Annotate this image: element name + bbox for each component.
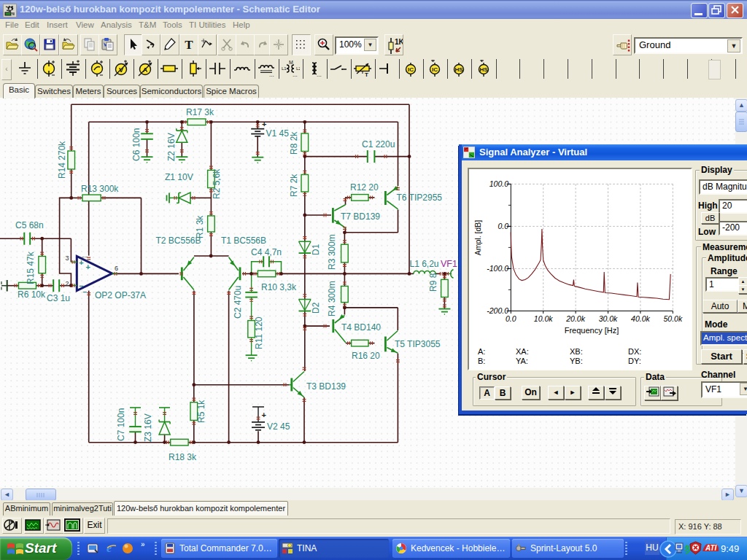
svg-text:ATI: ATI	[705, 544, 717, 552]
svg-text:C4 4,7n: C4 4,7n	[251, 247, 282, 257]
svg-text:C6 100n: C6 100n	[131, 128, 142, 161]
svg-text:Z2 16V: Z2 16V	[166, 133, 177, 161]
svg-text:R16 20: R16 20	[352, 351, 380, 361]
svg-text:6: 6	[115, 265, 118, 272]
svg-text:A: A	[143, 66, 148, 74]
svg-text:T: T	[185, 38, 193, 52]
svg-text:YB:: YB:	[570, 357, 583, 365]
svg-text:IC: IC	[408, 66, 414, 73]
svg-text:R14 270k: R14 270k	[57, 141, 67, 179]
svg-text:100.0: 100.0	[489, 179, 508, 188]
svg-text:C7 100n: C7 100n	[116, 408, 126, 441]
svg-text:V2 45: V2 45	[267, 421, 290, 432]
svg-text:50.0k: 50.0k	[663, 314, 682, 323]
svg-text:Ampl. [dB]: Ampl. [dB]	[473, 220, 482, 256]
svg-text:C2 470u: C2 470u	[233, 286, 243, 319]
svg-text:R8 2k: R8 2k	[289, 131, 299, 155]
svg-text:R15 47k: R15 47k	[26, 251, 36, 284]
svg-text:D1: D1	[311, 244, 321, 255]
svg-text:R6 10k: R6 10k	[18, 289, 46, 300]
svg-text:R10 3,3k: R10 3,3k	[261, 282, 297, 292]
svg-text:VF1: VF1	[441, 259, 457, 269]
svg-text:R1 3k: R1 3k	[195, 215, 205, 238]
svg-text:R9 8: R9 8	[428, 273, 438, 292]
svg-text:T3 BD139: T3 BD139	[306, 381, 346, 392]
svg-text:IC: IC	[432, 66, 438, 73]
svg-text:D2: D2	[311, 302, 321, 314]
svg-text:V: V	[119, 66, 123, 74]
svg-text:C1 220u: C1 220u	[362, 139, 395, 149]
svg-text:+: +	[262, 411, 266, 419]
svg-text:+: +	[86, 262, 90, 271]
svg-text:T7 BD139: T7 BD139	[341, 211, 380, 222]
svg-text:T4 BD140: T4 BD140	[341, 322, 381, 332]
svg-text:HS: HS	[479, 66, 488, 73]
svg-text:R12 20: R12 20	[350, 182, 379, 192]
svg-text:0.0: 0.0	[506, 314, 516, 323]
svg-text:R4 300m: R4 300m	[327, 281, 337, 316]
svg-text:+: +	[79, 258, 83, 267]
svg-text:3: 3	[66, 254, 69, 262]
svg-text:30.0k: 30.0k	[599, 314, 618, 323]
svg-text:A:: A:	[478, 347, 485, 356]
svg-text:−: −	[83, 288, 88, 296]
svg-text:R17 3k: R17 3k	[186, 107, 214, 117]
svg-text:R3 300m: R3 300m	[327, 234, 337, 270]
svg-text:1K: 1K	[395, 38, 403, 46]
svg-text:R2 5,6k: R2 5,6k	[212, 168, 222, 199]
svg-text:T6 TIP2955: T6 TIP2955	[397, 192, 443, 203]
svg-text:DY:: DY:	[628, 357, 641, 365]
svg-text:V1 45: V1 45	[266, 128, 290, 139]
svg-text:T5 TIP3055: T5 TIP3055	[395, 339, 441, 349]
svg-text:OP2 OP-37A: OP2 OP-37A	[95, 290, 146, 300]
svg-text:M: M	[289, 60, 293, 65]
svg-text:R11 120: R11 120	[254, 316, 264, 349]
svg-text:R13 300k: R13 300k	[81, 184, 119, 194]
svg-text:HS: HS	[455, 66, 464, 73]
svg-text:T1 BC556B: T1 BC556B	[221, 236, 266, 246]
svg-text:Z1 10V: Z1 10V	[165, 172, 193, 182]
svg-text:C3 1u: C3 1u	[47, 293, 70, 303]
svg-text:XA:: XA:	[516, 347, 529, 356]
svg-text:R5 1k: R5 1k	[196, 400, 206, 423]
svg-text:...: ...	[269, 71, 274, 77]
svg-text:e: e	[107, 542, 112, 554]
svg-text:R7 2k: R7 2k	[289, 174, 299, 197]
svg-text:+: +	[262, 120, 266, 128]
svg-text:Z3 16V: Z3 16V	[143, 413, 153, 442]
svg-text:...: ...	[317, 71, 322, 77]
svg-text:DX:: DX:	[628, 347, 641, 356]
svg-text:C5 68n: C5 68n	[15, 220, 44, 230]
svg-text:T: T	[365, 71, 368, 77]
svg-text:B:: B:	[478, 357, 485, 365]
svg-text:-100.0: -100.0	[487, 264, 508, 273]
svg-text:R18 3k: R18 3k	[169, 452, 197, 462]
svg-text:L1: L1	[282, 66, 287, 71]
svg-text:L1 6,2u: L1 6,2u	[410, 259, 439, 269]
svg-text:...: ...	[293, 71, 298, 77]
svg-text:2: 2	[66, 280, 69, 287]
svg-text:⌐−: ⌐−	[82, 254, 88, 260]
svg-text:Frequency [Hz]: Frequency [Hz]	[565, 326, 619, 335]
svg-text:20.0k: 20.0k	[565, 314, 585, 323]
svg-text:40.0k: 40.0k	[631, 314, 650, 323]
svg-text:XB:: XB:	[570, 347, 583, 356]
svg-text:10.0k: 10.0k	[534, 314, 553, 323]
svg-text:YA:: YA:	[516, 357, 528, 365]
svg-text:L2: L2	[296, 66, 300, 71]
